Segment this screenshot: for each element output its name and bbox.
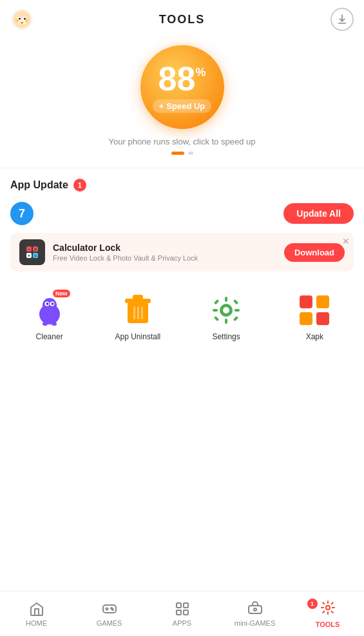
banner-close-button[interactable]: ✕ bbox=[342, 237, 350, 246]
speedup-circle[interactable]: 88 % + Speed Up bbox=[140, 45, 224, 129]
tool-settings[interactable]: Settings bbox=[182, 284, 271, 349]
app-count-icon: 7 bbox=[10, 202, 34, 225]
nav-games-label: GAMES bbox=[97, 619, 122, 627]
tool-cleaner[interactable]: New Cleaner bbox=[5, 284, 93, 349]
nav-home-label: HOME bbox=[26, 619, 47, 627]
svg-rect-37 bbox=[316, 312, 329, 325]
svg-rect-32 bbox=[214, 316, 219, 321]
svg-point-16 bbox=[43, 322, 48, 326]
speedup-number: 88 bbox=[158, 62, 196, 95]
bottom-nav: HOME GAMES APPS mini-GAMES bbox=[0, 591, 364, 636]
svg-point-11 bbox=[43, 298, 57, 312]
speedup-button[interactable]: + Speed Up bbox=[153, 99, 212, 113]
app-update-title: App Update bbox=[10, 179, 68, 191]
calc-cell-minus: − bbox=[26, 246, 32, 252]
nav-item-games[interactable]: GAMES bbox=[73, 601, 146, 627]
svg-rect-18 bbox=[133, 295, 143, 299]
xapk-label: Xapk bbox=[306, 332, 323, 341]
svg-rect-23 bbox=[141, 306, 143, 319]
nav-item-home[interactable]: HOME bbox=[0, 601, 73, 627]
app-banner: − × + = Calculator Lock Free Video Lock … bbox=[10, 233, 354, 272]
update-all-button[interactable]: Update All bbox=[283, 203, 354, 224]
banner-app-name: Calculator Lock bbox=[53, 243, 284, 253]
svg-point-14 bbox=[46, 303, 48, 305]
calc-cell-x: × bbox=[33, 246, 38, 252]
tool-app-uninstall[interactable]: App Uninstall bbox=[93, 284, 182, 349]
svg-point-8 bbox=[16, 19, 19, 23]
nav-item-apps[interactable]: APPS bbox=[146, 601, 218, 627]
app-update-badge: 1 bbox=[73, 179, 86, 192]
svg-rect-34 bbox=[300, 295, 312, 308]
speedup-section: 88 % + Speed Up Your phone runs slow, cl… bbox=[0, 39, 364, 165]
nav-item-tools[interactable]: 1 TOOLS bbox=[291, 600, 364, 628]
svg-rect-30 bbox=[214, 299, 219, 304]
svg-point-42 bbox=[112, 609, 113, 610]
app-update-header: App Update 1 bbox=[0, 171, 364, 197]
uninstall-icon-wrap bbox=[120, 292, 156, 328]
banner-download-button[interactable]: Download bbox=[284, 243, 345, 262]
settings-label: Settings bbox=[212, 332, 240, 341]
page-title: TOOLS bbox=[159, 13, 206, 26]
uninstall-label: App Uninstall bbox=[115, 332, 161, 341]
speedup-description: Your phone runs slow, click to speed up bbox=[109, 137, 256, 146]
header: TOOLS bbox=[0, 0, 364, 39]
svg-rect-31 bbox=[233, 299, 238, 304]
nav-apps-label: APPS bbox=[173, 619, 191, 627]
svg-point-6 bbox=[19, 18, 21, 20]
settings-icon-wrap bbox=[208, 292, 244, 328]
svg-rect-47 bbox=[249, 606, 262, 613]
speedup-dots bbox=[171, 152, 193, 155]
svg-rect-27 bbox=[225, 319, 227, 324]
svg-rect-46 bbox=[184, 610, 188, 615]
cleaner-label: Cleaner bbox=[36, 332, 63, 341]
banner-app-icon: − × + = bbox=[19, 239, 45, 265]
svg-point-17 bbox=[52, 322, 57, 326]
svg-rect-22 bbox=[137, 306, 139, 319]
svg-rect-21 bbox=[133, 306, 135, 319]
svg-rect-33 bbox=[233, 316, 238, 321]
svg-point-49 bbox=[326, 606, 330, 610]
xapk-icon-wrap bbox=[296, 292, 332, 328]
svg-point-25 bbox=[223, 307, 229, 313]
download-header-button[interactable] bbox=[330, 8, 354, 31]
svg-rect-19 bbox=[125, 299, 151, 303]
nav-item-mini-games[interactable]: mini-GAMES bbox=[218, 601, 291, 627]
speedup-button-label: Speed Up bbox=[166, 101, 205, 111]
cleaner-icon-wrap: New bbox=[32, 292, 68, 328]
dot-active bbox=[171, 152, 184, 155]
update-row: 7 Update All bbox=[0, 197, 364, 230]
svg-rect-36 bbox=[300, 312, 312, 325]
nav-mini-games-label: mini-GAMES bbox=[235, 619, 276, 627]
tools-grid: New Cleaner App Uninstall bbox=[0, 274, 364, 349]
calc-cell-plus: + bbox=[26, 253, 32, 258]
svg-rect-44 bbox=[184, 603, 188, 608]
svg-rect-45 bbox=[177, 610, 181, 615]
svg-rect-28 bbox=[213, 309, 218, 312]
svg-rect-43 bbox=[177, 603, 181, 608]
svg-point-48 bbox=[254, 608, 256, 611]
banner-text: Calculator Lock Free Video Lock & Photo … bbox=[53, 243, 284, 262]
new-badge: New bbox=[53, 290, 70, 297]
svg-rect-29 bbox=[235, 309, 240, 312]
app-logo bbox=[10, 8, 34, 31]
svg-point-9 bbox=[25, 19, 28, 23]
divider-1 bbox=[0, 168, 364, 168]
svg-rect-35 bbox=[316, 295, 329, 308]
nav-tools-label: TOOLS bbox=[316, 621, 340, 628]
svg-point-15 bbox=[51, 303, 53, 305]
tools-nav-badge: 1 bbox=[307, 599, 318, 609]
tool-xapk[interactable]: Xapk bbox=[271, 284, 359, 349]
banner-app-desc: Free Video Lock & Photo Vault & Privacy … bbox=[53, 254, 284, 262]
dot-inactive bbox=[188, 152, 193, 155]
speedup-percent: % bbox=[195, 66, 206, 79]
calc-cell-equals: = bbox=[33, 253, 38, 258]
svg-rect-26 bbox=[225, 297, 227, 302]
